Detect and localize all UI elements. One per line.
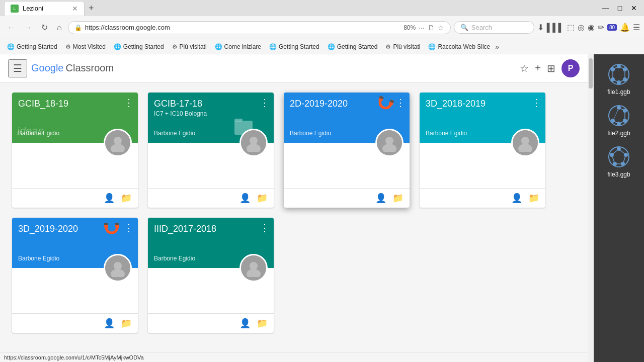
bookmark-getting-started-4[interactable]: 🌐 Getting Started [325,42,381,51]
reader-icon[interactable]: ⬚ [567,23,575,32]
class-card-3d-2018-2019[interactable]: 3D_2018-2019 Barbone Egidio ⋮ 👤 [420,93,545,208]
card-menu-button[interactable]: ⋮ [124,97,134,109]
desktop-icon-file3[interactable]: file3.ggb [607,145,631,178]
file2-icon [607,104,631,128]
hamburger-menu-icon[interactable]: ☰ [633,23,640,32]
card-menu-button[interactable]: ⋮ [260,222,270,234]
scrollbar-thumb[interactable] [589,58,593,88]
svg-point-10 [385,137,393,145]
bookmark-raccolta[interactable]: 🌐 Raccolta Web Slice [425,42,493,51]
avatar-image [513,130,538,155]
gc-apps-button[interactable]: ⊞ [547,62,555,74]
bookmark-come-iniziare[interactable]: 🌐 Come iniziare [212,42,264,51]
close-button[interactable]: ✕ [628,3,640,13]
card-title: 2D-2019-2020 [290,99,404,109]
class-card-3d-2019-2020[interactable]: 3D_2019-2020 Barbone Egidio ⋮ [12,218,138,333]
status-bar: https://classroom.google.com/u/1/c/MTc5M… [0,352,588,362]
search-bar[interactable]: 🔍 Search [454,21,534,34]
card-menu-button[interactable]: ⋮ [531,97,541,109]
spy-icon[interactable]: ◉ [588,23,595,32]
classes-grid: GCIB_18-19 Barbone Egidio ⋮ ideas [12,93,545,333]
svg-point-12 [521,137,529,145]
desktop-sidebar: file1.ggb file2.ggb [594,54,644,362]
search-placeholder: Search [471,24,492,31]
class-card-2d-2019-2020[interactable]: 2D-2019-2020 Barbone Egidio ⋮ [284,93,410,208]
bookmark-most-visited[interactable]: ⚙ Most Visited [62,42,109,51]
bell-icon[interactable]: 🔔 [620,23,630,32]
back-button[interactable]: ← [4,21,18,34]
badge-count: 80 [607,24,617,31]
folder-icon[interactable]: 📁 [392,193,404,204]
gc-add-button[interactable]: + [535,62,541,74]
person-icon[interactable]: 👤 [104,318,115,329]
tab-close-button[interactable]: ✕ [72,5,78,13]
screenshots-icon[interactable]: ◎ [578,23,585,32]
history-icon[interactable]: ▌▌▌ [547,23,564,32]
browser-tab[interactable]: L Lezioni ✕ [4,1,85,16]
scrollbar[interactable] [588,54,594,362]
card-footer: 👤 📁 [148,313,274,333]
folder-icon[interactable]: 📁 [121,318,132,329]
person-icon[interactable]: 👤 [104,193,115,204]
card-menu-button[interactable]: ⋮ [124,222,134,234]
card-footer: 👤 📁 [284,188,410,208]
card-header: GCIB_18-19 Barbone Egidio ⋮ ideas [12,93,138,143]
card-menu-button[interactable]: ⋮ [260,97,270,109]
avatar-image [105,130,130,155]
desktop-icon-file1[interactable]: file1.ggb [607,62,631,96]
address-text: https://classroom.google.com [85,24,400,31]
class-card-gcib-18-19[interactable]: GCIB_18-19 Barbone Egidio ⋮ ideas [12,93,138,208]
svg-point-1 [111,144,125,152]
bookmark-getting-started-3[interactable]: 🌐 Getting Started [266,42,323,51]
gc-avatar[interactable]: P [561,59,580,77]
gc-logo-classroom: Classroom [66,62,114,74]
title-bar: L Lezioni ✕ + — □ ✕ [0,0,644,16]
address-bar[interactable]: 🔒 https://classroom.google.com 80% ··· 🗋… [68,21,451,34]
card-menu-button[interactable]: ⋮ [395,97,406,109]
refresh-button[interactable]: ↻ [38,21,51,34]
person-icon[interactable]: 👤 [239,193,251,204]
person-icon[interactable]: 👤 [511,193,522,204]
card-header: 3D_2018-2019 Barbone Egidio ⋮ [420,93,545,143]
forward-button[interactable]: → [21,21,35,34]
download-icon[interactable]: ⬇ [537,23,544,32]
card-title: GCIB_18-19 [18,99,132,109]
folder-icon[interactable]: 📁 [121,193,132,204]
svg-line-52 [619,149,626,155]
class-card-iiid-2017-2018[interactable]: IIID_2017-2018 Barbone Egidio ⋮ 👤 [148,218,274,333]
bookmarks-more-button[interactable]: » [495,43,499,51]
gc-menu-button[interactable]: ☰ [8,59,27,77]
gc-header-right: ☆ + ⊞ P [520,59,580,77]
bookmark-getting-started-2[interactable]: 🌐 Getting Started [111,42,167,51]
folder-icon[interactable]: 📁 [257,193,268,204]
desktop-icon-file2[interactable]: file2.ggb [607,104,631,137]
bookmark-getting-started-1[interactable]: 🌐 Getting Started [4,42,60,51]
card-avatar [511,129,539,157]
gc-star-button[interactable]: ☆ [520,62,529,74]
pen-icon[interactable]: ✏ [598,23,604,32]
person-icon[interactable]: 👤 [375,193,386,204]
home-button[interactable]: ⌂ [54,21,65,34]
bookmark-star-icon[interactable]: ☆ [438,24,444,32]
bookmarks-bar: 🌐 Getting Started ⚙ Most Visited 🌐 Getti… [0,39,644,54]
class-card-gcib-17-18[interactable]: GCIB-17-18 IC7 + IC10 Bologna Barbone Eg… [148,93,274,208]
folder-icon[interactable]: 📁 [257,318,268,329]
card-footer: 👤 📁 [148,188,274,208]
pocket-icon[interactable]: 🗋 [428,24,435,32]
bookmark-piu-visitati-1[interactable]: ⚙ Più visitati [169,42,210,51]
maximize-button[interactable]: □ [614,3,626,13]
bookmark-icon: 🌐 [428,43,436,50]
gc-header: ☰ Google Classroom ☆ + ⊞ P [0,54,588,82]
bookmark-piu-visitati-2[interactable]: ⚙ Più visitati [382,42,423,51]
card-title: 3D_2019-2020 [18,224,132,234]
card-footer: 👤 📁 [12,313,138,333]
avatar-image [241,255,266,281]
status-url: https://classroom.google.com/u/1/c/MTc5M… [4,354,144,360]
more-options-icon[interactable]: ··· [419,24,425,32]
new-tab-button[interactable]: + [85,1,98,16]
minimize-button[interactable]: — [600,3,612,13]
person-icon[interactable]: 👤 [239,318,251,329]
folder-icon[interactable]: 📁 [528,193,539,204]
toolbar-icons: ⬇ ▌▌▌ ⬚ ◎ ◉ ✏ 80 🔔 ☰ [537,23,640,32]
avatar-image [105,255,130,281]
